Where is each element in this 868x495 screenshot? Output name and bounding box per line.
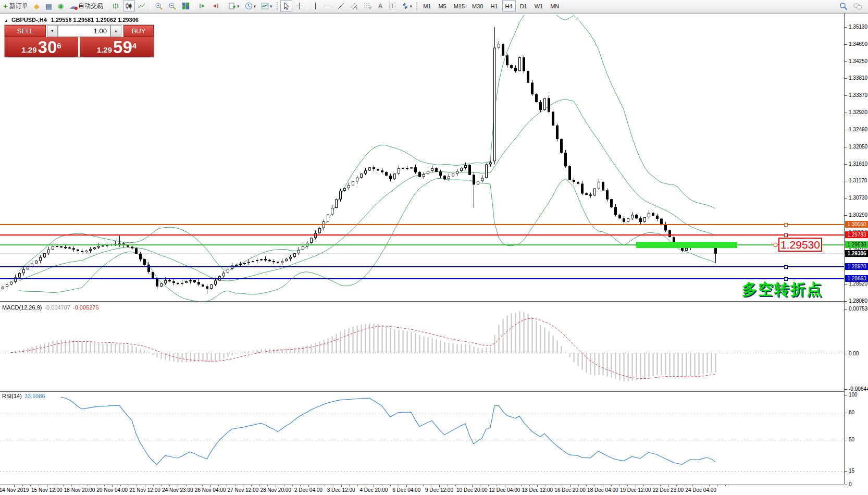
- vertical-line-icon: [312, 2, 319, 10]
- tf-mn[interactable]: MN: [547, 1, 562, 11]
- search-button[interactable]: [837, 1, 850, 12]
- time-tick: [341, 485, 342, 487]
- crosshair-icon: [295, 2, 303, 10]
- autotrading-button[interactable]: ☁ 自动交易: [67, 1, 105, 11]
- vertical-line-button[interactable]: [310, 1, 321, 11]
- panel-divider[interactable]: [0, 301, 844, 302]
- templates-button[interactable]: ▾: [226, 1, 242, 11]
- time-tick: [636, 485, 636, 487]
- time-tick: [562, 485, 562, 486]
- text-button[interactable]: A: [375, 1, 386, 11]
- candlestick-chart-button[interactable]: [123, 1, 135, 11]
- profiles-button[interactable]: ◆: [31, 1, 42, 11]
- fibonacci-button[interactable]: F: [362, 1, 374, 11]
- chart-shift-button[interactable]: [209, 1, 221, 11]
- time-tick: [406, 485, 407, 487]
- trendline-button[interactable]: [335, 1, 347, 11]
- bar-chart-icon: [112, 2, 120, 10]
- indicators-button[interactable]: ▾: [259, 1, 275, 11]
- buy-price-display[interactable]: 1.29 59 4: [80, 37, 154, 57]
- price-scale[interactable]: 1.351301.346901.342501.338101.333701.329…: [844, 14, 868, 484]
- price-level-text-box[interactable]: 1.29530: [778, 238, 822, 252]
- time-tick: [80, 485, 80, 487]
- collapse-icon[interactable]: ▲: [4, 18, 8, 23]
- time-tick: [439, 485, 440, 487]
- price-tick-label: 1.30730: [849, 195, 867, 201]
- line-chart-button[interactable]: [136, 1, 148, 11]
- periods-caret-icon: ▾: [254, 4, 256, 9]
- tf-h1[interactable]: H1: [488, 1, 501, 11]
- sell-price-sup: 6: [57, 37, 61, 55]
- time-tick: [423, 485, 424, 486]
- rsi-scale-tick: [845, 471, 847, 472]
- zoom-in-button[interactable]: [153, 1, 165, 11]
- buy-button[interactable]: BUY: [123, 25, 154, 37]
- tf-d1[interactable]: D1: [517, 1, 530, 11]
- cursor-button[interactable]: [280, 1, 292, 11]
- new-order-icon: +: [3, 2, 8, 10]
- price-tick: [845, 284, 847, 284]
- volume-increase-button[interactable]: ▲: [110, 25, 121, 37]
- time-tick: [594, 485, 595, 486]
- tf-m5[interactable]: M5: [435, 1, 449, 11]
- panel-divider[interactable]: [0, 390, 844, 390]
- tf-h4[interactable]: H4: [502, 1, 516, 11]
- bar-chart-button[interactable]: [110, 1, 122, 11]
- time-tick: [210, 485, 211, 487]
- tile-windows-button[interactable]: [180, 1, 192, 11]
- price-tick: [845, 113, 847, 113]
- tf-w1[interactable]: W1: [531, 1, 547, 11]
- open-chart-button[interactable]: ▤: [43, 1, 54, 11]
- tf-m30[interactable]: M30: [469, 1, 486, 11]
- sell-button[interactable]: SELL: [5, 25, 46, 37]
- price-tick-label: 1.33370: [849, 92, 867, 98]
- rsi-scale-label: 100: [849, 392, 858, 398]
- time-tick: [611, 485, 612, 486]
- zoom-out-button[interactable]: [166, 1, 179, 11]
- time-tick: [701, 485, 701, 487]
- time-tick: [529, 485, 530, 486]
- auto-scroll-button[interactable]: [196, 1, 208, 11]
- rsi-panel-canvas[interactable]: [0, 392, 844, 484]
- equidistant-channel-button[interactable]: E: [348, 1, 361, 11]
- chat-button[interactable]: [851, 1, 864, 12]
- tf-m15[interactable]: M15: [451, 1, 468, 11]
- volume-decrease-button[interactable]: ▼: [47, 25, 58, 37]
- text-label-button[interactable]: T: [387, 1, 398, 11]
- time-tick: [251, 485, 252, 486]
- price-tick-label: 1.28080: [849, 298, 867, 304]
- crosshair-button[interactable]: [293, 1, 305, 11]
- time-tick: [267, 485, 268, 486]
- rsi-scale-tick: [845, 395, 847, 395]
- arrows-button[interactable]: ▾: [399, 1, 415, 11]
- time-tick: [521, 485, 522, 486]
- chart-shift-icon: [212, 2, 219, 10]
- time-tick: [308, 485, 309, 487]
- quotes-button[interactable]: ◉: [55, 1, 66, 11]
- time-tick: [39, 485, 39, 486]
- time-tick: [399, 485, 399, 486]
- chinese-annotation[interactable]: 多空转折点: [742, 279, 823, 300]
- new-order-button[interactable]: + 新订单: [1, 1, 30, 11]
- time-axis[interactable]: 14 Nov 201915 Nov 12:0018 Nov 20:0020 No…: [0, 485, 844, 495]
- time-tick: [349, 485, 350, 486]
- periods-button[interactable]: ▾: [243, 1, 258, 11]
- price-level-handle[interactable]: [774, 243, 777, 246]
- time-tick: [505, 485, 505, 487]
- horizontal-line-button[interactable]: [322, 1, 334, 11]
- price-tick-label: 1.31610: [849, 161, 867, 167]
- zoom-in-icon: [155, 2, 163, 10]
- sell-price-display[interactable]: 1.29 30 6: [5, 37, 78, 57]
- price-tick-label: 1.33810: [849, 75, 867, 81]
- tf-m1[interactable]: M1: [420, 1, 434, 11]
- price-tick-label: 1.32050: [849, 144, 867, 150]
- auto-scroll-icon: [199, 2, 206, 10]
- chart-window: ▲GBPUSD-,H41.29556 1.29581 1.29062 1.293…: [0, 13, 868, 495]
- time-tick: [366, 485, 366, 486]
- main-chart-canvas[interactable]: [0, 15, 844, 302]
- macd-panel-canvas[interactable]: [0, 304, 844, 390]
- volume-input[interactable]: 1.00: [58, 25, 110, 37]
- arrows-icon: [401, 2, 409, 10]
- time-tick: [513, 485, 513, 486]
- price-tick: [845, 78, 847, 79]
